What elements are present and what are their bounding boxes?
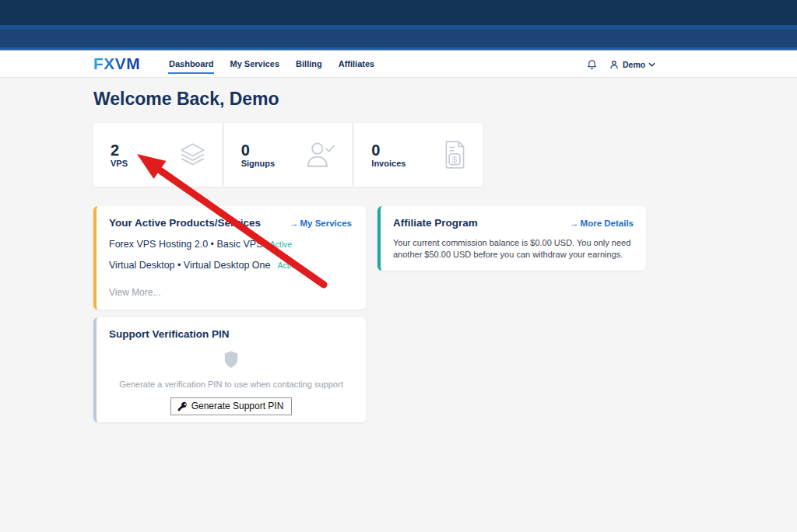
- products-card-title: Your Active Products/Services: [109, 217, 261, 229]
- my-services-link[interactable]: →My Services: [290, 219, 352, 228]
- service-item[interactable]: Forex VPS Hosting 2.0 • Basic VPSActive: [109, 239, 352, 250]
- notifications-bell-icon[interactable]: [586, 58, 598, 71]
- nav-menu: Dashboard My Services Billing Affiliates: [168, 51, 390, 78]
- affiliate-program-card: Affiliate Program →More Details Your cur…: [377, 206, 646, 271]
- view-more-link[interactable]: View More...: [109, 287, 352, 298]
- vps-label: VPS: [111, 159, 128, 168]
- shield-icon: [223, 350, 240, 369]
- signups-label: Signups: [241, 159, 275, 168]
- service-item[interactable]: Virtual Desktop • Virtual Desktop OneAct…: [109, 260, 352, 271]
- service-status-badge: Active: [270, 240, 293, 249]
- support-pin-card: Support Verification PIN Generate a veri…: [93, 317, 366, 422]
- fxvm-logo[interactable]: FXVM: [93, 54, 140, 73]
- svg-text:$: $: [452, 154, 458, 164]
- stat-card-vps: 2 VPS: [93, 123, 222, 187]
- support-pin-description: Generate a verification PIN to use when …: [109, 380, 353, 389]
- dashboard-content: Welcome Back, Demo 2 VPS 0 Signups: [0, 79, 797, 532]
- support-card-title: Support Verification PIN: [109, 328, 230, 340]
- service-status-badge: Active: [278, 261, 300, 270]
- service-name: Virtual Desktop • Virtual Desktop One: [109, 260, 271, 271]
- top-navigation: FXVM Dashboard My Services Billing Affil…: [0, 51, 797, 78]
- affiliate-balance-text: Your current commission balance is $0.00…: [393, 237, 634, 261]
- invoice-icon: $: [442, 140, 467, 170]
- invoices-count: 0: [371, 142, 406, 159]
- nav-item-billing[interactable]: Billing: [295, 51, 323, 78]
- browser-title-bar: [0, 0, 797, 25]
- user-name: Demo: [623, 60, 645, 69]
- user-menu[interactable]: Demo: [609, 59, 655, 70]
- generate-pin-button[interactable]: Generate Support PIN: [170, 397, 293, 415]
- stat-card-signups: 0 Signups: [224, 123, 353, 187]
- stats-row: 2 VPS 0 Signups 0 Invoices: [93, 123, 483, 187]
- service-name: Forex VPS Hosting 2.0 • Basic VPS: [109, 239, 263, 250]
- layers-icon: [179, 141, 206, 170]
- stat-card-invoices: 0 Invoices $: [354, 123, 483, 187]
- invoices-label: Invoices: [371, 159, 406, 168]
- browser-tab-bar: [0, 30, 797, 47]
- key-icon: [177, 401, 188, 411]
- user-icon: [609, 59, 620, 70]
- signups-count: 0: [241, 142, 275, 159]
- vps-count: 2: [111, 142, 128, 159]
- nav-right-group: Demo: [586, 51, 655, 78]
- nav-item-dashboard[interactable]: Dashboard: [168, 51, 214, 78]
- nav-item-my-services[interactable]: My Services: [229, 51, 280, 78]
- arrow-right-icon: →: [290, 219, 299, 228]
- page-title: Welcome Back, Demo: [93, 89, 279, 110]
- affiliate-card-title: Affiliate Program: [393, 217, 478, 229]
- active-products-card: Your Active Products/Services →My Servic…: [93, 206, 366, 310]
- arrow-right-icon: →: [570, 219, 579, 228]
- person-check-icon: [305, 141, 336, 169]
- nav-item-affiliates[interactable]: Affiliates: [338, 51, 375, 78]
- chevron-down-icon: [648, 62, 655, 67]
- more-details-link[interactable]: →More Details: [570, 219, 634, 228]
